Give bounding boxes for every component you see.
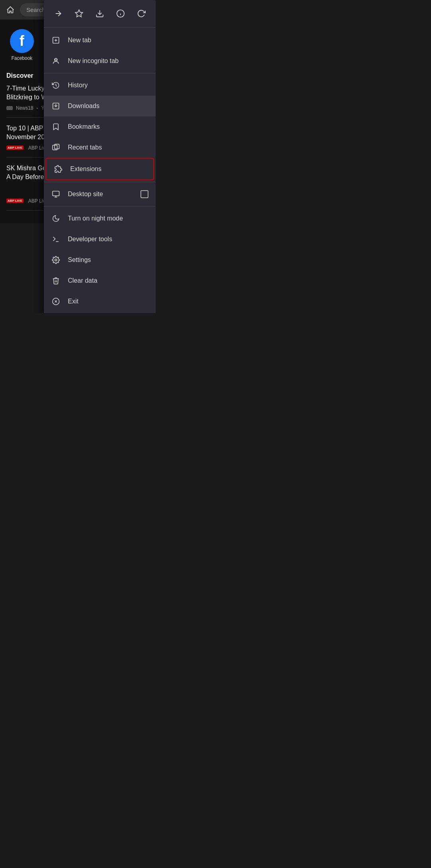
divider-1 xyxy=(44,73,156,73)
menu-item-desktop-site[interactable]: Desktop site xyxy=(44,184,156,205)
menu-item-exit[interactable]: Exit xyxy=(44,291,156,312)
history-icon xyxy=(51,81,61,90)
menu-item-new-tab[interactable]: New tab xyxy=(44,30,156,51)
dev-tools-label: Developer tools xyxy=(68,236,148,243)
desktop-site-label: Desktop site xyxy=(68,191,133,198)
recent-tabs-icon xyxy=(51,143,61,152)
bookmark-btn[interactable] xyxy=(71,6,87,22)
desktop-site-checkbox[interactable] xyxy=(140,190,148,198)
menu-top-icons xyxy=(44,0,156,28)
home-icon[interactable] xyxy=(4,4,17,16)
svg-rect-19 xyxy=(53,191,59,196)
clear-data-label: Clear data xyxy=(68,277,148,284)
divider-2 xyxy=(44,182,156,182)
svg-point-13 xyxy=(55,60,55,61)
info-btn[interactable] xyxy=(113,6,129,22)
menu-items-list: New tab New incognito tab xyxy=(44,28,156,313)
context-menu: New tab New incognito tab xyxy=(44,0,156,313)
news-time-separator-1: - xyxy=(36,105,38,111)
extensions-icon xyxy=(53,164,63,174)
svg-point-14 xyxy=(57,60,57,61)
downloads-icon xyxy=(51,101,61,111)
history-label: History xyxy=(68,82,148,89)
extensions-label: Extensions xyxy=(70,165,146,173)
clear-data-icon xyxy=(51,276,61,285)
incognito-icon xyxy=(51,56,61,66)
divider-3 xyxy=(44,206,156,207)
news18-icon xyxy=(6,106,13,110)
abp-badge-2: ABP LIVE xyxy=(6,146,24,150)
menu-item-new-incognito-tab[interactable]: New incognito tab xyxy=(44,51,156,71)
night-mode-icon xyxy=(51,214,61,223)
incognito-label: New incognito tab xyxy=(68,57,148,65)
recent-tabs-label: Recent tabs xyxy=(68,144,148,151)
svg-point-23 xyxy=(55,259,57,261)
exit-label: Exit xyxy=(68,298,148,305)
menu-item-dev-tools[interactable]: Developer tools xyxy=(44,229,156,250)
menu-item-extensions[interactable]: Extensions xyxy=(45,158,154,180)
bookmarks-icon xyxy=(51,122,61,132)
menu-item-settings[interactable]: Settings xyxy=(44,250,156,270)
svg-marker-4 xyxy=(75,10,83,17)
abp-badge-3: ABP LIVE xyxy=(6,199,24,203)
settings-label: Settings xyxy=(68,256,148,264)
menu-item-clear-data[interactable]: Clear data xyxy=(44,270,156,291)
menu-item-night-mode[interactable]: Turn on night mode xyxy=(44,208,156,229)
menu-item-history[interactable]: History xyxy=(44,75,156,96)
shortcut-facebook[interactable]: f Facebook xyxy=(6,29,38,61)
facebook-icon: f xyxy=(10,29,34,53)
downloads-label: Downloads xyxy=(68,102,148,110)
download-page-btn[interactable] xyxy=(92,6,108,22)
dev-tools-icon xyxy=(51,234,61,244)
forward-btn[interactable] xyxy=(50,6,66,22)
new-tab-label: New tab xyxy=(68,37,148,44)
night-mode-label: Turn on night mode xyxy=(68,215,148,222)
bookmarks-label: Bookmarks xyxy=(68,123,148,130)
news-source-1: News18 xyxy=(16,105,33,111)
refresh-btn[interactable] xyxy=(133,6,149,22)
facebook-label: Facebook xyxy=(11,55,32,61)
exit-icon xyxy=(51,297,61,306)
settings-icon xyxy=(51,255,61,265)
desktop-icon xyxy=(51,189,61,199)
new-tab-icon xyxy=(51,35,61,45)
menu-item-recent-tabs[interactable]: Recent tabs xyxy=(44,137,156,158)
menu-item-bookmarks[interactable]: Bookmarks xyxy=(44,116,156,137)
menu-item-downloads[interactable]: Downloads xyxy=(44,96,156,116)
